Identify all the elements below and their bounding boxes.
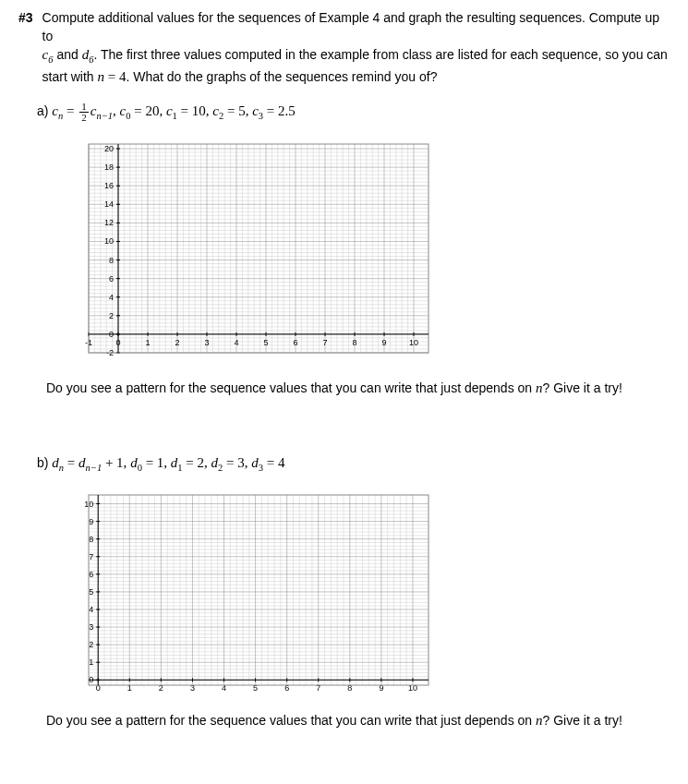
math-eq: = xyxy=(63,103,78,118)
svg-text:12: 12 xyxy=(104,218,114,227)
initial-value: c3 = 2.5 xyxy=(252,103,296,118)
svg-text:5: 5 xyxy=(263,337,268,346)
text-and: and xyxy=(54,47,82,62)
svg-text:5: 5 xyxy=(89,587,93,597)
svg-rect-160 xyxy=(89,144,428,353)
math-n: n xyxy=(97,69,104,84)
text-span: . What do the graphs of the sequences re… xyxy=(126,69,437,84)
text-span: = 4 xyxy=(104,69,126,84)
svg-text:6: 6 xyxy=(109,273,114,283)
problem-text: Compute additional values for the sequen… xyxy=(42,9,670,87)
frac-den: 2 xyxy=(79,113,89,123)
pattern-prompt-a: Do you see a pattern for the sequence va… xyxy=(46,379,670,398)
initial-value: d3 = 4 xyxy=(251,455,284,470)
svg-text:2: 2 xyxy=(175,337,179,346)
part-letter: b) xyxy=(37,455,48,470)
math-var: c xyxy=(52,103,58,118)
svg-text:4: 4 xyxy=(109,292,114,301)
math-plus: + 1, xyxy=(102,455,130,470)
svg-text:4: 4 xyxy=(234,337,238,346)
svg-text:8: 8 xyxy=(109,255,114,264)
initial-value: d2 = 3, xyxy=(211,455,252,470)
text-span: . The first three values computed in the… xyxy=(93,47,668,62)
text-span: start with xyxy=(42,69,98,84)
math-sub: n−1 xyxy=(96,111,113,121)
prompt-suffix: ? Give it a try! xyxy=(543,380,622,395)
svg-text:7: 7 xyxy=(322,337,327,346)
svg-text:2: 2 xyxy=(89,640,93,649)
math-n: n xyxy=(536,380,543,395)
svg-rect-309 xyxy=(89,495,428,685)
svg-text:4: 4 xyxy=(89,605,93,614)
chart-a: -1012345678910-202468101214161820 xyxy=(65,139,670,369)
svg-text:1: 1 xyxy=(145,337,150,346)
svg-text:10: 10 xyxy=(409,337,418,346)
pattern-prompt-b: Do you see a pattern for the sequence va… xyxy=(46,711,670,730)
part-a-label: a) cn = 12cn−1, c0 = 20, c1 = 10, c2 = 5… xyxy=(37,102,296,124)
math-eq: = xyxy=(64,455,78,470)
chart-b: 012345678910012345678910 xyxy=(65,489,670,702)
prompt-text: Do you see a pattern for the sequence va… xyxy=(46,713,536,728)
prompt-text: Do you see a pattern for the sequence va… xyxy=(46,380,536,395)
part-b-label: b) dn = dn−1 + 1, d0 = 1, d1 = 2, d2 = 3… xyxy=(37,453,285,476)
svg-text:20: 20 xyxy=(104,144,114,153)
initial-value: d0 = 1, xyxy=(130,455,171,470)
math-comma: , xyxy=(113,103,120,118)
svg-text:7: 7 xyxy=(89,552,93,561)
svg-text:16: 16 xyxy=(104,181,114,190)
svg-text:3: 3 xyxy=(204,337,209,346)
initial-value: c0 = 20, xyxy=(120,103,166,118)
prompt-suffix: ? Give it a try! xyxy=(543,713,622,728)
math-sub: n−1 xyxy=(86,463,103,473)
svg-text:9: 9 xyxy=(381,337,386,346)
part-letter: a) xyxy=(37,103,48,118)
svg-text:14: 14 xyxy=(104,199,114,209)
initial-value: c2 = 5, xyxy=(212,103,252,118)
text-span: Compute additional values for the sequen… xyxy=(42,10,660,43)
svg-text:6: 6 xyxy=(89,570,93,579)
math-var: d xyxy=(52,455,59,470)
svg-text:2: 2 xyxy=(109,310,114,320)
svg-text:8: 8 xyxy=(89,535,93,544)
svg-text:3: 3 xyxy=(89,622,93,632)
svg-text:6: 6 xyxy=(293,337,297,346)
initial-value: d1 = 2, xyxy=(171,455,211,470)
svg-text:8: 8 xyxy=(352,337,356,346)
math-var: d xyxy=(78,455,86,470)
problem-number: #3 xyxy=(18,9,33,87)
svg-text:1: 1 xyxy=(89,657,93,667)
svg-text:10: 10 xyxy=(104,236,114,246)
svg-text:18: 18 xyxy=(104,163,114,172)
initial-value: c1 = 10, xyxy=(166,103,212,118)
svg-text:9: 9 xyxy=(89,517,93,526)
math-n: n xyxy=(536,713,543,728)
